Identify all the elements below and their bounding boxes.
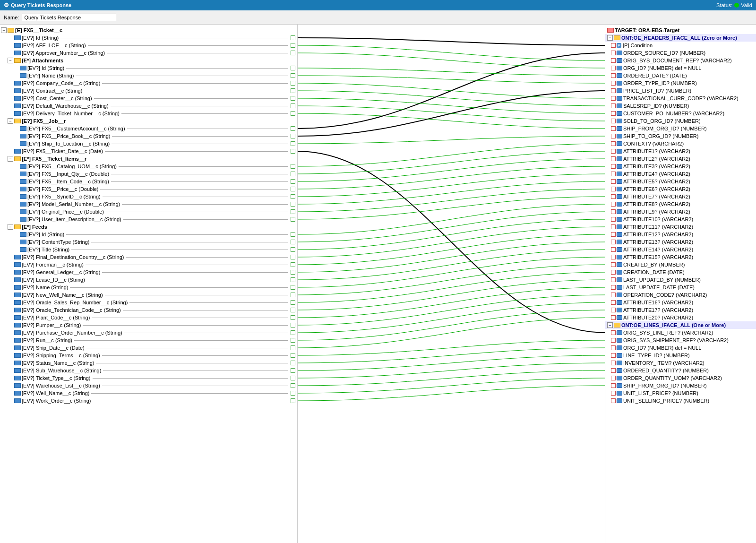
left-tree-node[interactable]: [EV?] Contract__c (String) xyxy=(0,87,297,95)
left-tree-node[interactable]: [E?] FX5__Job__r xyxy=(0,117,297,125)
left-tree-node[interactable]: [EV?] FX5__CustomerAccount__c (String) xyxy=(0,125,297,132)
left-tree-node[interactable]: [EV?] Name (String) xyxy=(0,284,297,291)
left-tree-node[interactable]: [EV?] AFE_LOE__c (String) xyxy=(0,42,297,49)
right-tree-node[interactable]: LINE_TYPE_ID? (NUMBER) xyxy=(605,352,756,359)
left-tree-node[interactable]: [EV?] Model_Serial_Number__c (String) xyxy=(0,200,297,208)
left-tree-node[interactable]: [EV?] Cost_Center__c (String) xyxy=(0,95,297,102)
left-tree-node[interactable]: [EV?] Id (String) xyxy=(0,34,297,42)
left-tree-node[interactable]: [EV?] Run__c (String) xyxy=(0,336,297,344)
left-tree-node[interactable]: [EV?] FX5__SyncID__c (String) xyxy=(0,193,297,200)
left-tree-node[interactable]: [EV?] Foreman__c (String) xyxy=(0,261,297,268)
left-tree-node[interactable]: [EV?] Oracle_Technician_Code__c (String) xyxy=(0,306,297,314)
left-tree-node[interactable]: [EV?] Company_Code__c (String) xyxy=(0,79,297,87)
right-tree-node[interactable]: ATTRIBUTE15? (VARCHAR2) xyxy=(605,253,756,261)
expand-icon[interactable] xyxy=(1,27,7,33)
right-tree-node[interactable]: UNIT_LIST_PRICE? (NUMBER) xyxy=(605,389,756,397)
right-tree-node[interactable]: CREATED_BY (NUMBER) xyxy=(605,261,756,268)
right-tree-node[interactable]: CUSTOMER_PO_NUMBER? (VARCHAR2) xyxy=(605,110,756,117)
left-tree-node[interactable]: [EV?] Lease_ID__c (String) xyxy=(0,276,297,284)
right-tree-node[interactable]: ATTRIBUTE17? (VARCHAR2) xyxy=(605,306,756,314)
left-tree-node[interactable]: [EV?] FX5__Item_Code__c (String) xyxy=(0,178,297,185)
right-tree-node[interactable]: PRICE_LIST_ID? (NUMBER) xyxy=(605,87,756,95)
right-tree-node[interactable]: ATTRIBUTE1? (VARCHAR2) xyxy=(605,147,756,155)
right-tree-node[interactable]: SHIP_FROM_ORG_ID? (NUMBER) xyxy=(605,382,756,389)
name-input[interactable] xyxy=(22,14,116,21)
right-tree-node[interactable]: ORDER_TYPE_ID? (NUMBER) xyxy=(605,79,756,87)
left-tree-node[interactable]: [EV?] Sub_Warehouse__c (String) xyxy=(0,367,297,374)
left-tree-node[interactable]: [EV?] User_Item_Description__c (String) xyxy=(0,215,297,223)
left-tree-node[interactable]: [E] FX5__Ticket__c xyxy=(0,26,297,34)
left-tree-node[interactable]: [EV?] Plant_Code__c (String) xyxy=(0,314,297,321)
left-tree-node[interactable]: [EV?] FX5__Input_Qty__c (Double) xyxy=(0,170,297,178)
right-tree-node[interactable]: CONTEXT? (VARCHAR2) xyxy=(605,140,756,147)
left-tree-node[interactable]: [EV?] General_Ledger__c (String) xyxy=(0,268,297,276)
right-tree-node[interactable]: CREATION_DATE (DATE) xyxy=(605,268,756,276)
right-tree-node[interactable]: TRANSACTIONAL_CURR_CODE? (VARCHAR2) xyxy=(605,95,756,102)
right-tree-node[interactable]: UNIT_SELLING_PRICE? (NUMBER) xyxy=(605,397,756,405)
expand-icon[interactable] xyxy=(8,156,13,162)
right-tree-node[interactable]: ATTRIBUTE7? (VARCHAR2) xyxy=(605,193,756,200)
left-tree-node[interactable]: [EV?] Ticket_Type__c (String) xyxy=(0,374,297,382)
right-tree-node[interactable]: ATTRIBUTE8? (VARCHAR2) xyxy=(605,200,756,208)
right-tree-node[interactable]: ATTRIBUTE6? (VARCHAR2) xyxy=(605,185,756,193)
right-tree-node[interactable]: ORDER_SOURCE_ID? (NUMBER) xyxy=(605,49,756,57)
expand-icon[interactable] xyxy=(8,224,13,230)
right-tree-node[interactable]: LAST_UPDATED_BY (NUMBER) xyxy=(605,276,756,284)
right-tree-node[interactable]: ORIG_SYS_LINE_REF? (VARCHAR2) xyxy=(605,329,756,336)
section-expand-icon[interactable] xyxy=(607,35,613,41)
right-tree-node[interactable]: ORDER_QUANTITY_UOM? (VARCHAR2) xyxy=(605,374,756,382)
right-tree-node[interactable]: SOLD_TO_ORG_ID? (NUMBER) xyxy=(605,117,756,125)
right-tree-node[interactable]: OPERATION_CODE? (VARCHAR2) xyxy=(605,291,756,299)
section-expand-icon[interactable] xyxy=(607,322,613,328)
right-tree-node[interactable]: ORDERED_QUANTITY? (NUMBER) xyxy=(605,367,756,374)
right-tree-node[interactable]: ATTRIBUTE16? (VARCHAR2) xyxy=(605,299,756,306)
left-tree-node[interactable]: [E*] Attachments xyxy=(0,57,297,64)
left-tree-node[interactable]: [EV?] Id (String) xyxy=(0,64,297,72)
left-tree-node[interactable]: [EV?] Status_Name__c (String) xyxy=(0,359,297,367)
left-tree-node[interactable]: [EV?] Approver_Number__c (String) xyxy=(0,49,297,57)
right-tree-node[interactable]: ATTRIBUTE4? (VARCHAR2) xyxy=(605,170,756,178)
expand-icon[interactable] xyxy=(8,58,13,63)
left-tree-node[interactable]: [EV?] FX5__Catalog_UOM__c (String) xyxy=(0,163,297,170)
left-tree-node[interactable]: [E*] FX5__Ticket_Items__r xyxy=(0,155,297,163)
right-tree-node[interactable]: ATTRIBUTE3? (VARCHAR2) xyxy=(605,163,756,170)
left-tree-node[interactable]: [EV?] FX5__Ticket_Date__c (Date) xyxy=(0,147,297,155)
right-tree-node[interactable]: ATTRIBUTE9? (VARCHAR2) xyxy=(605,208,756,215)
right-tree-node[interactable]: ATTRIBUTE12? (VARCHAR2) xyxy=(605,231,756,238)
left-tree-node[interactable]: [EV?] Oracle_Sales_Rep_Number__c (String… xyxy=(0,299,297,306)
expand-icon[interactable] xyxy=(8,118,13,124)
left-tree-node[interactable]: [EV?] FX5__Price_Book__c (String) xyxy=(0,132,297,140)
right-section-header[interactable]: ONT:OE_HEADERS_IFACE_ALL (Zero or More) xyxy=(605,34,756,42)
right-tree-node[interactable]: ORIG_SYS_DOCUMENT_REF? (VARCHAR2) xyxy=(605,57,756,64)
right-tree-node[interactable]: ATTRIBUTE13? (VARCHAR2) xyxy=(605,238,756,246)
left-tree-node[interactable]: [EV?] Default_Warehouse__c (String) xyxy=(0,102,297,110)
right-tree-node[interactable]: ORIG_SYS_SHIPMENT_REF? (VARCHAR2) xyxy=(605,336,756,344)
left-tree-node[interactable]: [EV?] Id (String) xyxy=(0,231,297,238)
left-tree-node[interactable]: [EV?] Ship_To_Location__c (String) xyxy=(0,140,297,147)
left-tree-node[interactable]: [EV?] ContentType (String) xyxy=(0,238,297,246)
left-tree-node[interactable]: [EV?] Purchase_Order_Number__c (String) xyxy=(0,329,297,336)
right-tree-node[interactable]: LAST_UPDATE_DATE (DATE) xyxy=(605,284,756,291)
left-tree-node[interactable]: [EV?] Work_Order__c (String) xyxy=(0,397,297,405)
left-tree-node[interactable]: [EV?] Name (String) xyxy=(0,72,297,79)
right-tree-node[interactable]: ATTRIBUTE11? (VARCHAR2) xyxy=(605,223,756,231)
left-tree-node[interactable]: [EV?] Delivery_Ticket_Number__c (String) xyxy=(0,110,297,117)
left-tree-node[interactable]: [EV?] Shipping_Terms__c (String) xyxy=(0,352,297,359)
right-tree-node[interactable]: ORDERED_DATE? (DATE) xyxy=(605,72,756,79)
right-tree-node[interactable]: SHIP_FROM_ORG_ID? (NUMBER) xyxy=(605,125,756,132)
right-tree-node[interactable]: INVENTORY_ITEM? (VARCHAR2) xyxy=(605,359,756,367)
left-tree-node[interactable]: [EV?] New_Well_Name__c (String) xyxy=(0,291,297,299)
left-tree-node[interactable]: [EV?] Pumper__c (String) xyxy=(0,321,297,329)
right-tree-node[interactable]: P[P] Condition xyxy=(605,42,756,49)
right-tree-node[interactable]: ATTRIBUTE10? (VARCHAR2) xyxy=(605,215,756,223)
left-tree-node[interactable]: [EV?] Well_Name__c (String) xyxy=(0,389,297,397)
right-tree-node[interactable]: ORG_ID? (NUMBER) def = NULL xyxy=(605,64,756,72)
right-tree-node[interactable]: ORG_ID? (NUMBER) def = NULL xyxy=(605,344,756,352)
left-tree-node[interactable]: [EV?] Warehouse_List__c (String) xyxy=(0,382,297,389)
right-tree-node[interactable]: ATTRIBUTE5? (VARCHAR2) xyxy=(605,178,756,185)
left-tree-node[interactable]: [E*] Feeds xyxy=(0,223,297,231)
left-tree-node[interactable]: [EV?] FX5__Price__c (Double) xyxy=(0,185,297,193)
left-tree-node[interactable]: [EV?] Final_Destination_Country__c (Stri… xyxy=(0,253,297,261)
left-tree-node[interactable]: [EV?] Ship_Date__c (Date) xyxy=(0,344,297,352)
right-tree-node[interactable]: SALESREP_ID? (NUMBER) xyxy=(605,102,756,110)
